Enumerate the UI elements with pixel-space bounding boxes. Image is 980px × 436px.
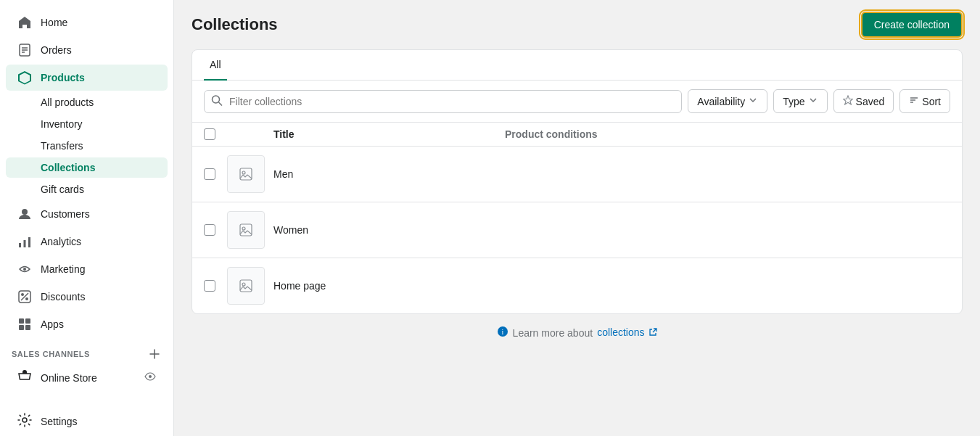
svg-rect-6	[24, 240, 26, 247]
svg-rect-7	[28, 237, 30, 247]
add-channel-icon[interactable]	[147, 347, 162, 361]
analytics-icon	[17, 234, 32, 249]
svg-point-9	[21, 293, 24, 296]
homepage-thumb-image	[227, 267, 265, 305]
women-thumbnail	[227, 211, 265, 249]
sidebar-orders-label: Orders	[41, 44, 72, 56]
homepage-thumbnail	[227, 267, 265, 305]
svg-point-19	[213, 96, 220, 103]
sidebar-item-products[interactable]: Products	[6, 65, 168, 91]
store-icon	[17, 369, 32, 386]
sidebar-item-all-products[interactable]: All products	[6, 92, 168, 112]
svg-text:i: i	[501, 328, 503, 336]
content-area: All Availability Type	[174, 49, 980, 436]
sidebar-discounts-label: Discounts	[41, 291, 85, 303]
sort-icon	[909, 95, 919, 107]
saved-button[interactable]: Saved	[833, 89, 894, 113]
men-checkbox[interactable]	[204, 168, 215, 180]
svg-point-17	[149, 375, 152, 378]
eye-icon	[144, 371, 156, 384]
sidebar-marketing-label: Marketing	[41, 263, 85, 275]
gift-cards-label: Gift cards	[41, 184, 84, 195]
sidebar-item-customers[interactable]: Customers	[6, 201, 168, 227]
sidebar-item-home[interactable]: Home	[6, 9, 168, 36]
women-checkbox[interactable]	[204, 224, 215, 236]
sidebar-item-settings[interactable]: Settings	[6, 407, 168, 435]
settings-label: Settings	[41, 416, 78, 427]
sidebar-products-label: Products	[41, 72, 85, 83]
sort-button[interactable]: Sort	[899, 89, 950, 113]
svg-point-18	[22, 418, 27, 422]
row-check-homepage	[204, 280, 218, 292]
svg-point-8	[23, 268, 26, 271]
sidebar-home-label: Home	[41, 17, 67, 28]
page-title: Collections	[192, 15, 278, 34]
main-content: Collections Create collection All Ava	[174, 0, 980, 436]
sidebar-item-online-store[interactable]: Online Store	[6, 365, 168, 390]
orders-icon	[17, 43, 32, 57]
sidebar-item-marketing[interactable]: Marketing	[6, 256, 168, 282]
sidebar-apps-label: Apps	[41, 318, 64, 330]
sidebar-customers-label: Customers	[41, 208, 90, 220]
tab-all[interactable]: All	[204, 50, 227, 81]
footer-learn-more: i Learn more about collections	[192, 314, 963, 351]
apps-icon	[17, 317, 32, 332]
svg-point-26	[242, 171, 245, 174]
women-thumb-image	[227, 211, 265, 249]
discounts-icon	[17, 289, 32, 304]
type-chevron-icon	[808, 95, 818, 107]
sidebar-item-orders[interactable]: Orders	[6, 37, 168, 63]
svg-marker-21	[843, 96, 852, 104]
collections-card: All Availability Type	[192, 49, 963, 314]
sidebar-item-gift-cards[interactable]: Gift cards	[6, 179, 168, 200]
sidebar-item-discounts[interactable]: Discounts	[6, 284, 168, 310]
svg-point-30	[242, 283, 245, 286]
svg-point-4	[22, 209, 28, 215]
homepage-title: Home page	[273, 280, 496, 292]
table-row[interactable]: Women	[192, 202, 962, 258]
table-row[interactable]: Home page	[192, 258, 962, 313]
header-checkbox-wrap	[204, 128, 218, 140]
select-all-checkbox[interactable]	[204, 128, 215, 140]
learn-more-text: Learn more about	[513, 327, 593, 339]
home-icon	[17, 15, 32, 30]
page-header: Collections Create collection	[174, 0, 980, 49]
sidebar-item-inventory[interactable]: Inventory	[6, 114, 168, 134]
header-conditions: Product conditions	[505, 128, 950, 140]
create-collection-button[interactable]: Create collection	[861, 12, 963, 38]
sidebar-item-transfers[interactable]: Transfers	[6, 136, 168, 156]
sidebar-item-collections[interactable]: Collections	[6, 157, 168, 178]
sidebar: Home Orders Products All products Invent…	[0, 0, 174, 436]
search-input[interactable]	[204, 90, 682, 113]
transfers-label: Transfers	[41, 140, 83, 152]
filters-row: Availability Type Saved	[192, 81, 962, 123]
online-store-left: Online Store	[17, 369, 97, 386]
svg-rect-27	[240, 224, 252, 236]
header-title: Title	[273, 128, 496, 140]
svg-rect-5	[19, 243, 21, 247]
chevron-down-icon	[748, 95, 758, 107]
svg-point-28	[242, 227, 245, 230]
table-header: Title Product conditions	[192, 123, 962, 147]
tabs-bar: All	[192, 50, 962, 81]
collections-link[interactable]: collections	[597, 326, 657, 339]
all-products-label: All products	[41, 96, 94, 108]
collections-label: Collections	[41, 162, 95, 173]
info-icon: i	[497, 326, 508, 340]
table-row[interactable]: Men	[192, 147, 962, 202]
type-filter-button[interactable]: Type	[773, 89, 827, 113]
sidebar-item-apps[interactable]: Apps	[6, 311, 168, 337]
homepage-checkbox[interactable]	[204, 280, 215, 292]
availability-filter-button[interactable]: Availability	[688, 89, 767, 113]
sales-channels-label: SALES CHANNELS	[12, 350, 90, 358]
men-thumb-image	[227, 155, 265, 193]
sidebar-analytics-label: Analytics	[41, 236, 81, 247]
sidebar-item-analytics[interactable]: Analytics	[6, 229, 168, 255]
customers-icon	[17, 207, 32, 221]
star-icon	[843, 95, 853, 107]
svg-rect-29	[240, 280, 252, 292]
svg-point-10	[25, 297, 28, 300]
sales-channels-section: SALES CHANNELS	[0, 338, 173, 364]
row-check-women	[204, 224, 218, 236]
svg-rect-14	[25, 318, 30, 324]
